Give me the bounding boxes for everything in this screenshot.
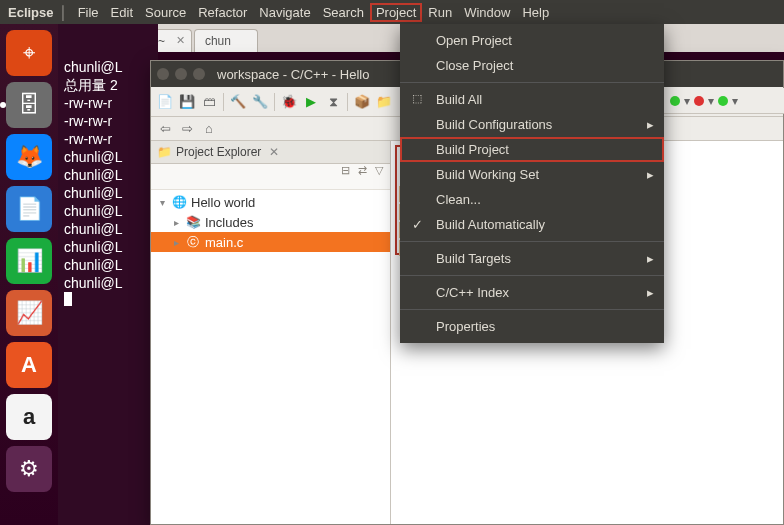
includes-icon: 📚: [185, 215, 201, 229]
back-icon[interactable]: ⇦: [157, 121, 173, 137]
app-name: Eclipse: [8, 5, 54, 20]
terminal-window[interactable]: chunli@L 总用量 2 -rw-rw-r -rw-rw-r -rw-rw-…: [58, 24, 158, 525]
menu-file[interactable]: File: [72, 3, 105, 22]
menu-item-build-automatically[interactable]: Build Automatically: [400, 212, 664, 237]
menu-item-build-all[interactable]: Build All: [400, 87, 664, 112]
run-icon[interactable]: ▶: [303, 94, 319, 110]
launcher-calc-icon[interactable]: 📊: [6, 238, 52, 284]
fwd-icon[interactable]: ⇨: [179, 121, 195, 137]
project-explorer-title: Project Explorer: [176, 145, 261, 159]
window-close-icon[interactable]: [157, 68, 169, 80]
terminal-cursor: [64, 292, 72, 306]
new-class-icon[interactable]: 📦: [354, 94, 370, 110]
menubar-separator: │: [60, 5, 68, 20]
project-explorer-header: 📁 Project Explorer ✕ ⊟ ⇄ ▽: [151, 141, 390, 164]
tree-includes[interactable]: ▸ 📚 Includes: [151, 212, 390, 232]
launcher-impress-icon[interactable]: 📈: [6, 290, 52, 336]
launcher-files-icon[interactable]: 🗄: [6, 82, 52, 128]
home-icon[interactable]: ⌂: [201, 121, 217, 137]
project-menu-dropdown: Open ProjectClose ProjectBuild AllBuild …: [400, 24, 664, 343]
new-folder-icon[interactable]: 📁: [376, 94, 392, 110]
menu-divider: [400, 309, 664, 310]
profile-icon[interactable]: ⧗: [325, 94, 341, 110]
menu-divider: [400, 241, 664, 242]
menu-project[interactable]: Project: [370, 3, 422, 22]
status-red-icon[interactable]: [694, 96, 704, 106]
debug-icon[interactable]: 🐞: [281, 94, 297, 110]
menu-item-build-project[interactable]: Build Project: [400, 137, 664, 162]
project-tree: ▾ 🌐 Hello world ▸ 📚 Includes ▸ ⓒ main.c: [151, 190, 390, 254]
window-min-icon[interactable]: [175, 68, 187, 80]
menu-item-properties[interactable]: Properties: [400, 314, 664, 339]
terminal-output: chunli@L 总用量 2 -rw-rw-r -rw-rw-r -rw-rw-…: [64, 58, 152, 292]
view-pin-icon[interactable]: ✕: [269, 145, 279, 159]
link-editor-icon[interactable]: ⇄: [355, 163, 369, 177]
project-explorer-panel: 📁 Project Explorer ✕ ⊟ ⇄ ▽ ▾ 🌐 Hello wor…: [151, 141, 391, 524]
tree-project-root[interactable]: ▾ 🌐 Hello world: [151, 192, 390, 212]
c-file-icon: ⓒ: [185, 234, 201, 251]
save-icon[interactable]: 💾: [179, 94, 195, 110]
eclipse-toolbar-right: ▾ ▾ ▾: [664, 88, 784, 114]
menu-item-build-targets[interactable]: Build Targets: [400, 246, 664, 271]
menu-item-c-c-index[interactable]: C/C++ Index: [400, 280, 664, 305]
close-icon[interactable]: ✕: [176, 34, 185, 47]
launcher-dash-icon[interactable]: ⌖: [6, 30, 52, 76]
window-max-icon[interactable]: [193, 68, 205, 80]
collapse-all-icon[interactable]: ⊟: [338, 163, 352, 177]
view-menu-icon[interactable]: ▽: [372, 163, 386, 177]
menu-divider: [400, 275, 664, 276]
project-name: Hello world: [191, 195, 255, 210]
eclipse-title: workspace - C/C++ - Hello: [217, 67, 369, 82]
includes-label: Includes: [205, 215, 253, 230]
menu-item-build-configurations[interactable]: Build Configurations: [400, 112, 664, 137]
tree-main-c[interactable]: ▸ ⓒ main.c: [151, 232, 390, 252]
tab[interactable]: chun: [194, 29, 258, 52]
menu-edit[interactable]: Edit: [105, 3, 139, 22]
folder-icon: 📁: [157, 145, 172, 159]
launcher-settings-icon[interactable]: ⚙: [6, 446, 52, 492]
system-menubar: Eclipse │ FileEditSourceRefactorNavigate…: [0, 0, 784, 24]
c-project-icon: 🌐: [171, 195, 187, 209]
launcher-software-icon[interactable]: A: [6, 342, 52, 388]
build-icon[interactable]: 🔨: [230, 94, 246, 110]
menu-item-clean-[interactable]: Clean...: [400, 187, 664, 212]
menu-item-open-project[interactable]: Open Project: [400, 28, 664, 53]
launcher-writer-icon[interactable]: 📄: [6, 186, 52, 232]
menu-run[interactable]: Run: [422, 3, 458, 22]
wrench-icon[interactable]: 🔧: [252, 94, 268, 110]
menu-source[interactable]: Source: [139, 3, 192, 22]
new-icon[interactable]: 📄: [157, 94, 173, 110]
menu-divider: [400, 82, 664, 83]
launcher-firefox-icon[interactable]: 🦊: [6, 134, 52, 180]
menu-help[interactable]: Help: [516, 3, 555, 22]
status-green-icon[interactable]: [718, 96, 728, 106]
status-green-icon[interactable]: [670, 96, 680, 106]
file-name: main.c: [205, 235, 243, 250]
unity-launcher: ⌖ 🗄 🦊 📄 📊 📈 A a ⚙: [0, 24, 58, 525]
save-all-icon[interactable]: 🗃: [201, 94, 217, 110]
menu-item-close-project[interactable]: Close Project: [400, 53, 664, 78]
menu-navigate[interactable]: Navigate: [253, 3, 316, 22]
menu-refactor[interactable]: Refactor: [192, 3, 253, 22]
expand-icon[interactable]: ▸: [171, 217, 181, 228]
launcher-amazon-icon[interactable]: a: [6, 394, 52, 440]
menu-window[interactable]: Window: [458, 3, 516, 22]
menu-search[interactable]: Search: [317, 3, 370, 22]
menu-item-build-working-set[interactable]: Build Working Set: [400, 162, 664, 187]
expand-icon[interactable]: ▸: [171, 237, 181, 248]
expand-icon[interactable]: ▾: [157, 197, 167, 208]
